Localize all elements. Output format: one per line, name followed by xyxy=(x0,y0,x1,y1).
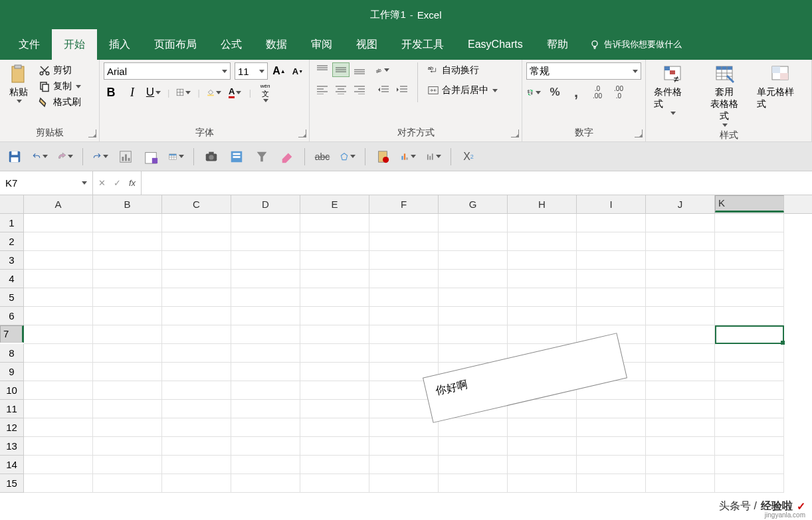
row-header-6[interactable]: 6 xyxy=(0,307,24,325)
cell-K3[interactable] xyxy=(715,251,784,270)
cell-B12[interactable] xyxy=(93,418,162,437)
cell-B14[interactable] xyxy=(93,456,162,474)
font-color-button[interactable]: A xyxy=(228,85,243,100)
phonetic-button[interactable]: wén文 xyxy=(258,85,272,100)
cell-F4[interactable] xyxy=(369,270,439,288)
cell-F15[interactable] xyxy=(369,474,439,493)
orientation-button[interactable]: ab xyxy=(375,62,389,77)
cell-E12[interactable] xyxy=(300,418,369,437)
cell-J1[interactable] xyxy=(646,214,715,232)
cell-J11[interactable] xyxy=(646,400,715,418)
cell-A15[interactable] xyxy=(24,474,93,493)
format-as-table-button[interactable]: 套用 表格格式 xyxy=(702,62,747,128)
currency-button[interactable]: 💱 xyxy=(526,85,541,100)
cell-A13[interactable] xyxy=(24,437,93,456)
tab-help[interactable]: 帮助 xyxy=(535,29,580,60)
tab-formulas[interactable]: 公式 xyxy=(209,29,254,60)
cell-D14[interactable] xyxy=(231,456,300,474)
cut-button[interactable]: 剪切 xyxy=(36,62,84,78)
cell-D3[interactable] xyxy=(231,251,300,270)
redo-button[interactable] xyxy=(92,149,108,165)
select-all-corner[interactable] xyxy=(0,195,24,213)
row-header-9[interactable]: 9 xyxy=(0,363,24,381)
cell-I3[interactable] xyxy=(577,251,646,270)
row-header-12[interactable]: 12 xyxy=(0,418,24,437)
cell-C12[interactable] xyxy=(162,418,231,437)
cell-A11[interactable] xyxy=(24,400,93,418)
cell-D13[interactable] xyxy=(231,437,300,456)
dialog-launcher-number[interactable] xyxy=(635,130,643,137)
cell-E7[interactable] xyxy=(300,325,369,344)
align-left-button[interactable] xyxy=(314,82,331,97)
col-header-E[interactable]: E xyxy=(300,195,369,213)
cell-A3[interactable] xyxy=(24,251,93,270)
cell-H1[interactable] xyxy=(508,214,577,232)
align-center-button[interactable] xyxy=(332,82,350,97)
col-header-A[interactable]: A xyxy=(24,195,93,213)
cell-D12[interactable] xyxy=(231,418,300,437)
cell-K4[interactable] xyxy=(715,270,784,288)
cell-D7[interactable] xyxy=(231,325,300,344)
cell-H3[interactable] xyxy=(508,251,577,270)
cell-I13[interactable] xyxy=(577,437,646,456)
cell-B2[interactable] xyxy=(93,232,162,251)
cell-E1[interactable] xyxy=(300,214,369,232)
cell-J6[interactable] xyxy=(646,307,715,325)
cell-B5[interactable] xyxy=(93,288,162,307)
underline-button[interactable]: U xyxy=(146,85,161,100)
cell-I5[interactable] xyxy=(577,288,646,307)
cell-E4[interactable] xyxy=(300,270,369,288)
strikethrough-button[interactable]: abc xyxy=(314,149,330,165)
cell-C15[interactable] xyxy=(162,474,231,493)
border-button[interactable] xyxy=(176,85,191,100)
cell-C4[interactable] xyxy=(162,270,231,288)
col-header-G[interactable]: G xyxy=(439,195,508,213)
cell-C11[interactable] xyxy=(162,400,231,418)
cell-G1[interactable] xyxy=(439,214,508,232)
cell-C3[interactable] xyxy=(162,251,231,270)
line-chart-button[interactable] xyxy=(425,149,441,165)
tab-developer[interactable]: 开发工具 xyxy=(389,29,456,60)
cell-B3[interactable] xyxy=(93,251,162,270)
tab-file[interactable]: 文件 xyxy=(7,29,52,60)
cell-D5[interactable] xyxy=(231,288,300,307)
chart-tool-button[interactable] xyxy=(118,149,134,165)
cell-H14[interactable] xyxy=(508,456,577,474)
cell-J8[interactable] xyxy=(646,344,715,363)
cell-A12[interactable] xyxy=(24,418,93,437)
cell-B4[interactable] xyxy=(93,270,162,288)
dialog-launcher-clipboard[interactable] xyxy=(88,130,96,137)
formula-input[interactable] xyxy=(142,171,812,195)
cell-E15[interactable] xyxy=(300,474,369,493)
cell-B11[interactable] xyxy=(93,400,162,418)
cell-D2[interactable] xyxy=(231,232,300,251)
cell-G14[interactable] xyxy=(439,456,508,474)
cell-F2[interactable] xyxy=(369,232,439,251)
decrease-indent-button[interactable] xyxy=(375,82,392,97)
conditional-format-button[interactable]: ≠ 条件格式 xyxy=(650,62,695,116)
cell-J13[interactable] xyxy=(646,437,715,456)
cell-F8[interactable] xyxy=(369,344,439,363)
cell-B7[interactable] xyxy=(93,325,162,344)
bold-button[interactable]: B xyxy=(104,85,118,100)
percent-button[interactable]: % xyxy=(548,85,562,100)
cell-I1[interactable] xyxy=(577,214,646,232)
cell-H6[interactable] xyxy=(508,307,577,325)
col-header-J[interactable]: J xyxy=(646,195,715,213)
cell-A5[interactable] xyxy=(24,288,93,307)
cell-C8[interactable] xyxy=(162,344,231,363)
bar-chart-button[interactable] xyxy=(400,149,416,165)
cell-E14[interactable] xyxy=(300,456,369,474)
cell-A2[interactable] xyxy=(24,232,93,251)
row-header-15[interactable]: 15 xyxy=(0,474,24,493)
funnel-button[interactable] xyxy=(254,149,270,165)
cell-I4[interactable] xyxy=(577,270,646,288)
cell-K2[interactable] xyxy=(715,232,784,251)
cell-K10[interactable] xyxy=(715,381,784,400)
cell-D6[interactable] xyxy=(231,307,300,325)
cell-D10[interactable] xyxy=(231,381,300,400)
font-name-select[interactable]: Arial xyxy=(104,62,231,80)
cell-F5[interactable] xyxy=(369,288,439,307)
cell-A9[interactable] xyxy=(24,363,93,381)
decrease-font-button[interactable]: A▼ xyxy=(290,64,305,78)
